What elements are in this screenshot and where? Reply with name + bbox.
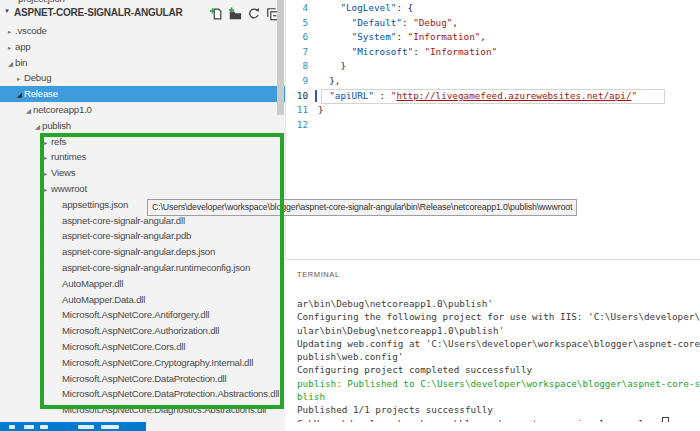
tree-item-label: .vscode	[15, 25, 47, 36]
code-line-7[interactable]: 7 "Microsoft": "Information"	[286, 45, 700, 60]
code-token	[318, 90, 329, 101]
line-number: 12	[286, 118, 308, 133]
tree-item-release[interactable]: ◢Release	[0, 86, 285, 102]
code-token	[318, 46, 352, 57]
tree-item-netcoreapp1-0[interactable]: ◢netcoreapp1.0	[0, 102, 285, 118]
status-bar-glyph	[101, 425, 119, 429]
code-line-10[interactable]: 10 "apiURL" : "http://livegamefeed.azure…	[286, 89, 700, 104]
url-token[interactable]: http://livegamefeed.azurewebsites.net/ap…	[396, 90, 631, 101]
code-token: "LogLevel"	[340, 2, 396, 13]
terminal-panel[interactable]: TERMINAL ar\bin\Debug\netcoreapp1.0\publ…	[285, 260, 700, 422]
code-line-6[interactable]: 6 "System": "Information",	[286, 30, 700, 45]
twisty-collapsed-icon: ▸	[8, 24, 15, 39]
terminal-line: Published 1/1 projects successfully	[297, 403, 700, 416]
tree-item-label: Debug	[24, 72, 51, 83]
line-number: 8	[286, 59, 308, 74]
section-twisty-icon: ▼	[4, 8, 10, 14]
code-token: "Default"	[352, 17, 402, 28]
status-bar-glyph	[9, 425, 15, 429]
terminal-prompt[interactable]: C:\Users\developer\workspace\blogger\asp…	[297, 417, 700, 422]
tree-item-bin[interactable]: ◢bin	[0, 55, 285, 71]
code-token: },	[318, 75, 340, 86]
tree-item-publish[interactable]: ◢publish	[0, 118, 285, 134]
twisty-expanded-icon: ◢	[26, 103, 33, 118]
code-token: ,	[452, 17, 458, 28]
code-token	[318, 2, 340, 13]
terminal-line: ular\bin\Debug\netcoreapp1.0\publish'	[297, 324, 700, 337]
code-token: "Information"	[424, 46, 497, 57]
terminal-output: ar\bin\Debug\netcoreapp1.0\publish'Confi…	[297, 297, 700, 422]
code-line-9[interactable]: 9 },	[286, 74, 700, 89]
code-token	[318, 17, 352, 28]
tree-item-label: publish	[42, 120, 71, 131]
terminal-line: Configuring project completed successful…	[297, 363, 700, 376]
explorer-section-title: ASPNET-CORE-SIGNALR-ANGULAR	[14, 7, 183, 18]
code-line-4[interactable]: 4 "LogLevel": {	[286, 1, 700, 16]
code-token: :	[396, 31, 407, 42]
status-bar-glyph	[78, 425, 94, 429]
vscode-window: project.json ▼ ASPNET-CORE-SIGNALR-ANGUL…	[0, 0, 700, 431]
code-editor[interactable]: 4 "LogLevel": {5 "Default": "Debug",6 "S…	[285, 0, 700, 259]
code-token: : {	[396, 2, 413, 13]
code-line-12[interactable]: 12	[286, 118, 700, 133]
line-number: 11	[286, 103, 308, 118]
code-token: "	[631, 90, 637, 101]
code-token	[318, 31, 352, 42]
code-token: "Microsoft"	[352, 46, 414, 57]
code-line-5[interactable]: 5 "Default": "Debug",	[286, 16, 700, 31]
tree-item-label: app	[15, 41, 30, 52]
twisty-collapsed-icon: ▸	[17, 71, 24, 86]
code-token: "Debug"	[413, 17, 452, 28]
line-number: 10	[286, 89, 308, 104]
terminal-line: Updating web.config at 'C:\Users\develop…	[297, 337, 700, 350]
line-number: 5	[286, 16, 308, 31]
new-folder-icon[interactable]	[228, 7, 242, 21]
explorer-section-header[interactable]: ▼ ASPNET-CORE-SIGNALR-ANGULAR	[0, 5, 285, 23]
tree-item-label: Release	[24, 88, 58, 99]
code-token: "System"	[352, 31, 397, 42]
refresh-icon[interactable]	[247, 7, 261, 21]
terminal-cursor	[662, 417, 669, 422]
tree-item--vscode[interactable]: ▸.vscode	[0, 23, 285, 39]
code-token: :	[374, 90, 391, 101]
explorer-scrollbar-thumb[interactable]	[277, 0, 284, 115]
code-token: :	[402, 17, 413, 28]
twisty-expanded-icon: ◢	[35, 119, 42, 134]
code-token: "Information"	[408, 31, 481, 42]
line-number: 9	[286, 74, 308, 89]
tree-item-label: netcoreapp1.0	[33, 104, 92, 115]
terminal-line: publish: Published to C:\Users\developer…	[297, 377, 700, 390]
code-token: ,	[480, 31, 486, 42]
code-token: :	[413, 46, 424, 57]
line-number: 7	[286, 45, 308, 60]
tree-item-debug[interactable]: ▸Debug	[0, 70, 285, 86]
terminal-line: Configuring the following project for us…	[297, 310, 700, 323]
status-bar-glyph	[24, 425, 34, 429]
tree-item-app[interactable]: ▸app	[0, 39, 285, 55]
tree-item-label: bin	[15, 57, 27, 68]
terminal-line: blish	[297, 390, 700, 403]
status-bar	[0, 422, 146, 431]
code-token: }	[318, 104, 324, 115]
line-number: 4	[286, 1, 308, 16]
new-file-icon[interactable]	[209, 7, 223, 21]
code-lines: 4 "LogLevel": {5 "Default": "Debug",6 "S…	[286, 1, 700, 132]
status-bar-glyph	[40, 425, 48, 429]
line-number: 6	[286, 30, 308, 45]
code-token: "apiURL"	[329, 90, 374, 101]
terminal-line: publish\web.config'	[297, 350, 700, 363]
code-line-11[interactable]: 11}	[286, 103, 700, 118]
twisty-expanded-icon: ◢	[17, 87, 24, 102]
twisty-collapsed-icon: ▸	[8, 40, 15, 55]
code-token: }	[318, 60, 346, 71]
code-line-8[interactable]: 8 }	[286, 59, 700, 74]
twisty-expanded-icon: ◢	[8, 56, 15, 71]
terminal-panel-title: TERMINAL	[297, 270, 340, 279]
terminal-line: ar\bin\Debug\netcoreapp1.0\publish'	[297, 297, 700, 310]
annotation-rectangle	[40, 133, 284, 409]
